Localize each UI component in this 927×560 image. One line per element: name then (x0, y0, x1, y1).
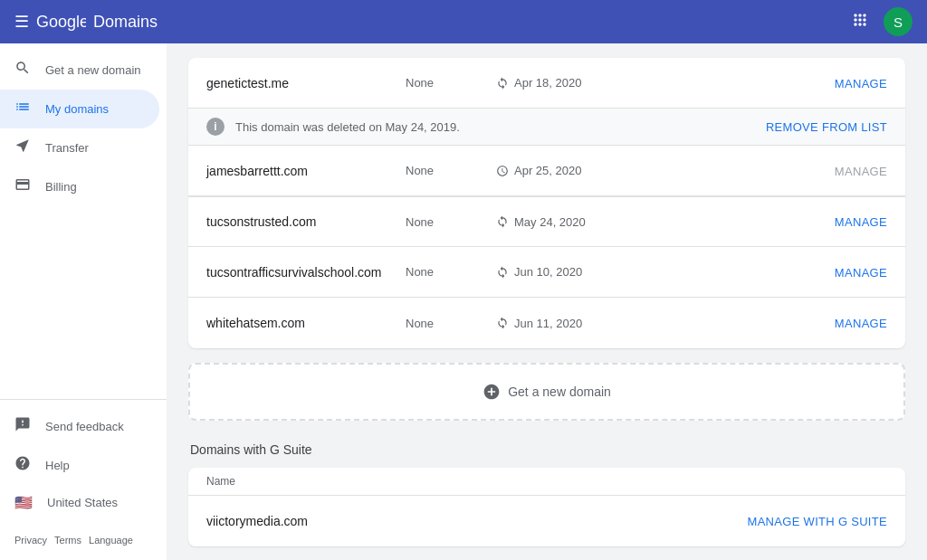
gsuite-domain-row: viictorymedia.com MANAGE WITH G SUITE (188, 496, 905, 546)
sidebar-label-billing: Billing (45, 180, 77, 194)
sidebar-item-united-states[interactable]: 🇺🇸 United States (0, 485, 159, 520)
get-new-domain-card[interactable]: Get a new domain (188, 363, 905, 421)
google-logo: Google Domains (36, 13, 158, 32)
sidebar-item-my-domains[interactable]: My domains (0, 90, 159, 128)
manage-button-disabled: MANAGE (835, 165, 887, 178)
gsuite-section: Domains with G Suite Name viictorymedia.… (188, 442, 905, 546)
manage-button[interactable]: MANAGE (835, 317, 887, 330)
domain-privacy: None (406, 317, 496, 330)
sidebar-footer-links: Privacy Terms Language (0, 527, 167, 553)
domain-action: MANAGE (835, 265, 887, 280)
main-content: genetictest.me None Apr 18, 2020 MANAGE … (167, 43, 927, 560)
domain-row-genetictest: genetictest.me None Apr 18, 2020 MANAGE (188, 58, 905, 109)
domain-row-whitehatsem: whitehatsem.com None Jun 11, 2020 MANAGE (188, 298, 905, 348)
terms-link[interactable]: Terms (54, 535, 81, 546)
domain-privacy: None (406, 164, 496, 177)
apps-grid-icon[interactable] (851, 11, 869, 33)
header-right: S (851, 7, 913, 36)
avatar[interactable]: S (884, 7, 913, 36)
domain-date: May 24, 2020 (496, 215, 614, 229)
clock-icon (496, 165, 509, 177)
sidebar-item-billing[interactable]: Billing (0, 167, 159, 206)
renewal-icon (496, 317, 509, 329)
manage-button[interactable]: MANAGE (835, 77, 887, 90)
gsuite-domains-list: Name viictorymedia.com MANAGE WITH G SUI… (188, 468, 905, 546)
domain-privacy: None (406, 215, 496, 229)
google-wordmark-icon: Google (36, 13, 86, 31)
domain-privacy: None (406, 265, 496, 279)
get-new-domain-label: Get a new domain (508, 384, 611, 399)
manage-button[interactable]: MANAGE (835, 215, 887, 229)
sidebar-label-united-states: United States (47, 496, 118, 509)
sidebar-label-get-new-domain: Get a new domain (45, 63, 141, 77)
svg-text:Google: Google (36, 13, 86, 31)
domain-action: MANAGE (835, 164, 887, 178)
sidebar-item-send-feedback[interactable]: Send feedback (0, 407, 159, 446)
domain-date: Jun 11, 2020 (496, 317, 614, 330)
table-header: Name (188, 468, 905, 496)
sidebar-item-transfer[interactable]: Transfer (0, 128, 159, 167)
sidebar-label-transfer: Transfer (45, 141, 89, 155)
domain-date: Apr 25, 2020 (496, 164, 614, 177)
domains-list: genetictest.me None Apr 18, 2020 MANAGE … (188, 58, 905, 348)
domain-row-tucsontraffic: tucsontrafficsurvivalschool.com None Jun… (188, 247, 905, 298)
gsuite-domain-name: viictorymedia.com (206, 514, 406, 528)
app-header: ☰ Google Domains S (0, 0, 927, 43)
gsuite-title: Domains with G Suite (188, 442, 905, 457)
domain-row-tucsonstrusted: tucsonstrusted.com None May 24, 2020 MAN… (188, 196, 905, 247)
domain-name: jamesbarrettt.com (206, 164, 406, 178)
sidebar-bottom: Send feedback Help 🇺🇸 United States (0, 399, 167, 527)
domain-date: Jun 10, 2020 (496, 265, 614, 279)
add-circle-icon (483, 383, 501, 401)
domain-action: MANAGE (835, 316, 887, 330)
sidebar-label-help: Help (45, 459, 70, 472)
domain-privacy: None (406, 76, 496, 90)
domain-name: whitehatsem.com (206, 316, 406, 330)
renewal-icon (496, 266, 509, 279)
manage-with-gsuite-button[interactable]: MANAGE WITH G SUITE (748, 515, 887, 528)
get-new-domain-button[interactable]: Get a new domain (483, 383, 611, 401)
domain-action: MANAGE (835, 214, 887, 229)
header-left: ☰ Google Domains (14, 12, 158, 32)
feedback-icon (14, 416, 31, 437)
hamburger-icon[interactable]: ☰ (14, 12, 29, 32)
remove-from-list-button[interactable]: REMOVE FROM LIST (766, 120, 887, 134)
domains-wordmark: Domains (93, 13, 158, 32)
renewal-icon (496, 215, 509, 228)
sidebar: Get a new domain My domains Transfer (0, 43, 167, 560)
manage-button[interactable]: MANAGE (835, 266, 887, 280)
domain-name: tucsontrafficsurvivalschool.com (206, 265, 406, 280)
search-icon (14, 60, 31, 81)
sidebar-item-get-new-domain[interactable]: Get a new domain (0, 51, 159, 90)
domain-name: tucsonstrusted.com (206, 214, 406, 229)
layout: Get a new domain My domains Transfer (0, 43, 927, 560)
domain-name: genetictest.me (206, 76, 406, 90)
renewal-icon (496, 77, 509, 90)
sidebar-label-my-domains: My domains (45, 102, 109, 116)
domain-action: MANAGE (835, 76, 887, 90)
list-icon (14, 99, 31, 119)
privacy-link[interactable]: Privacy (14, 535, 47, 546)
billing-icon (14, 176, 31, 197)
gsuite-manage-action: MANAGE WITH G SUITE (748, 514, 887, 528)
deleted-notice: i This domain was deleted on May 24, 201… (188, 109, 905, 146)
help-icon (14, 455, 31, 476)
domain-row-jamesbarrettt: jamesbarrettt.com None Apr 25, 2020 MANA… (188, 146, 905, 196)
sidebar-label-send-feedback: Send feedback (45, 420, 124, 433)
transfer-icon (14, 138, 31, 158)
domain-date: Apr 18, 2020 (496, 76, 614, 90)
info-icon: i (206, 118, 225, 136)
sidebar-item-help[interactable]: Help (0, 446, 159, 485)
notice-text: This domain was deleted on May 24, 2019. (235, 120, 755, 134)
language-link[interactable]: Language (89, 535, 133, 546)
flag-icon: 🇺🇸 (14, 494, 33, 511)
